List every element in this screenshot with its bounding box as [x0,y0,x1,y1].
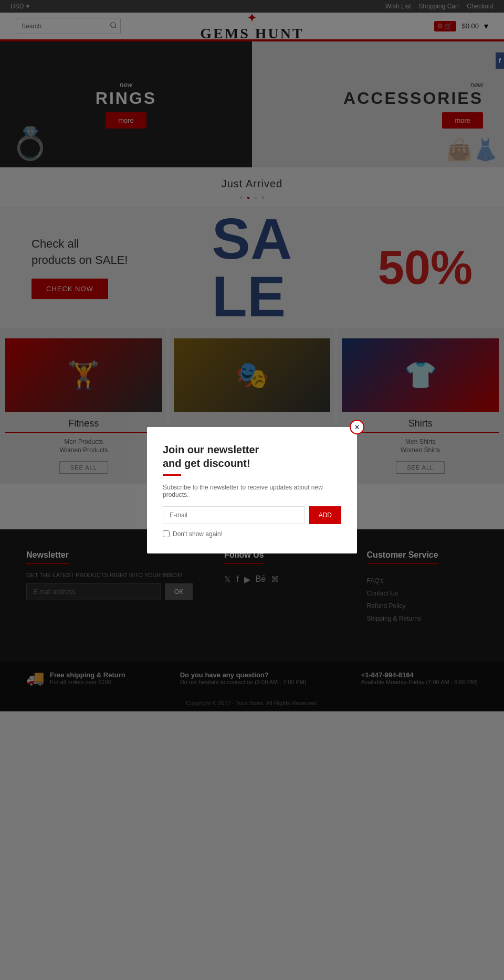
newsletter-modal: × Join our newsletterand get discount! S… [147,427,357,553]
modal-add-btn[interactable]: ADD [309,506,341,524]
close-icon: × [355,423,359,431]
modal-underline [163,474,181,476]
dont-show-checkbox[interactable] [163,530,170,537]
modal-form: ADD [163,506,341,524]
modal-title: Join our newsletterand get discount! [163,443,341,470]
modal-close-btn[interactable]: × [350,420,364,434]
modal-email-input[interactable] [163,506,305,524]
dont-show-label: Don't show again! [173,530,223,538]
modal-overlay: × Join our newsletterand get discount! S… [0,0,504,711]
modal-description: Subscribe to the newsletter to receive u… [163,484,341,498]
modal-checkbox-row: Don't show again! [163,530,341,538]
